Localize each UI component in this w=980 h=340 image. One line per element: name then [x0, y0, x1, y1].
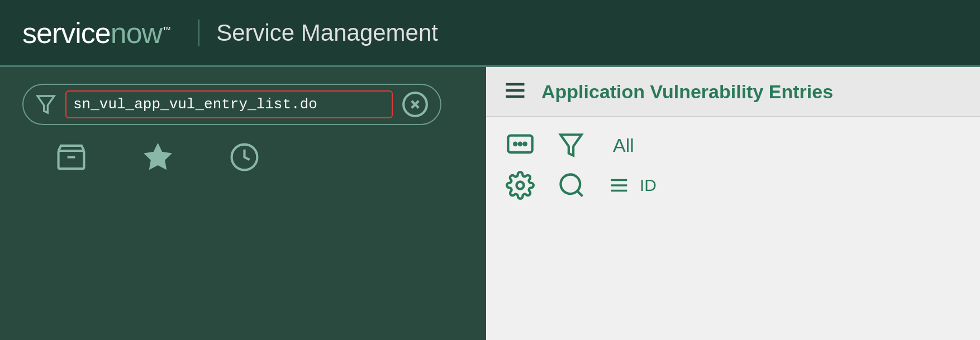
svg-marker-15 [560, 135, 582, 156]
all-label: All [613, 135, 634, 156]
logo-tm: ™ [162, 25, 170, 34]
logo-now: now [111, 17, 162, 49]
svg-marker-6 [145, 145, 171, 169]
search-container [22, 84, 441, 125]
archive-button[interactable] [56, 142, 87, 173]
comment-icon-button[interactable] [506, 131, 535, 160]
filter-icon[interactable] [35, 93, 57, 116]
search-input[interactable] [65, 90, 393, 118]
svg-point-17 [561, 175, 581, 194]
servicenow-logo: servicenow™ [22, 16, 170, 50]
svg-point-14 [524, 143, 526, 145]
svg-rect-4 [59, 151, 84, 169]
main-content: Application Vulnerability Entries [0, 67, 980, 340]
svg-point-13 [519, 143, 521, 145]
action-icons-row [22, 142, 464, 173]
settings-icon-button[interactable] [506, 171, 535, 200]
clear-icon[interactable] [401, 90, 429, 118]
filter-icon-button[interactable] [557, 131, 585, 159]
search-icon-button[interactable] [557, 171, 586, 200]
favorite-button[interactable] [142, 142, 173, 173]
id-column-button[interactable]: ID [608, 175, 656, 196]
panel-title: Application Vulnerability Entries [541, 81, 833, 103]
svg-marker-0 [37, 96, 54, 113]
svg-point-16 [517, 182, 524, 189]
right-panel-header: Application Vulnerability Entries [486, 67, 980, 117]
svg-line-18 [577, 191, 582, 196]
svg-point-12 [514, 143, 516, 145]
logo-area: servicenow™ Service Management [22, 16, 438, 50]
toolbar-row-2: ID [506, 171, 960, 200]
id-label: ID [640, 176, 656, 195]
logo-service: service [22, 17, 111, 49]
hamburger-menu-button[interactable] [503, 78, 527, 105]
toolbar-row-1: All [506, 131, 960, 160]
right-panel-body: All [486, 117, 980, 214]
page-title: Service Management [198, 20, 438, 46]
history-button[interactable] [229, 142, 260, 173]
header-bar: servicenow™ Service Management [0, 0, 980, 67]
right-panel: Application Vulnerability Entries [486, 67, 980, 340]
left-panel [0, 67, 486, 340]
